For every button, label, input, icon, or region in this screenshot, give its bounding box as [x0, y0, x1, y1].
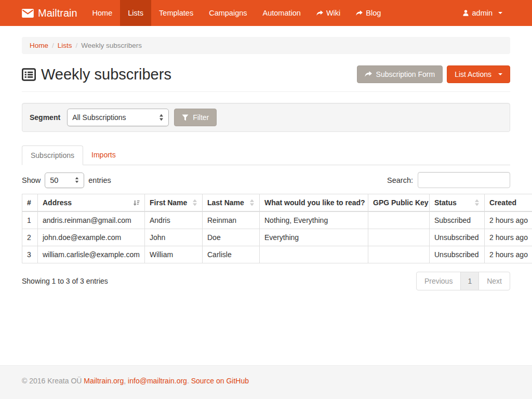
breadcrumb-current: Weekly subscribers — [81, 42, 142, 49]
top-navbar: Mailtrain Home Lists Templates Campaigns… — [0, 0, 532, 26]
breadcrumb-home[interactable]: Home — [30, 42, 48, 49]
col-header-last-name[interactable]: Last Name — [203, 194, 260, 212]
cell-address: andris.reinman@gmail.com — [38, 211, 145, 229]
col-header-first-name[interactable]: First Name — [145, 194, 203, 212]
cell-index: 2 — [22, 229, 38, 246]
page-size-select[interactable]: 50 — [45, 172, 84, 188]
table-row[interactable]: 3 william.carlisle@example.com William C… — [22, 246, 532, 263]
footer-separator: , — [124, 377, 128, 385]
nav-label: Home — [92, 9, 113, 17]
share-arrow-icon — [365, 71, 372, 77]
table-row[interactable]: 2 john.doe@example.com John Doe Everythi… — [22, 229, 532, 246]
nav-item-wiki[interactable]: Wiki — [309, 0, 348, 26]
col-header-address[interactable]: Address — [38, 194, 145, 212]
select-arrows-icon — [75, 177, 79, 183]
col-header-read: What would you like to read? — [260, 194, 368, 212]
nav-item-automation[interactable]: Automation — [255, 0, 309, 26]
list-actions-button[interactable]: List Actions — [447, 65, 510, 83]
cell-last-name: Reinman — [203, 211, 260, 229]
list-actions-label: List Actions — [455, 70, 491, 78]
cell-last-name: Doe — [203, 229, 260, 246]
user-icon — [462, 9, 469, 17]
breadcrumb: Home/Lists/Weekly subscribers — [22, 37, 510, 54]
sort-both-icon — [192, 199, 197, 206]
nav-item-templates[interactable]: Templates — [151, 0, 201, 26]
segment-selected-value: All Subscriptions — [72, 113, 159, 122]
entries-label: entries — [88, 176, 111, 184]
cell-status: Subscribed — [430, 211, 485, 229]
subscription-form-button[interactable]: Subscription Form — [357, 65, 443, 83]
cell-gpg — [368, 211, 430, 229]
nav-label: Automation — [263, 9, 301, 17]
footer-separator: . — [187, 377, 191, 385]
brand-label: Mailtrain — [38, 7, 77, 19]
pagination-next[interactable]: Next — [478, 272, 510, 290]
cell-first-name: William — [145, 246, 203, 263]
share-arrow-icon — [356, 10, 363, 16]
caret-down-icon — [498, 12, 502, 14]
user-menu[interactable]: admin — [455, 9, 511, 17]
list-alt-icon — [22, 68, 36, 81]
cell-gpg — [368, 229, 430, 246]
cell-created: 2 hours ago — [485, 246, 532, 263]
pagination-page-1[interactable]: 1 — [460, 272, 479, 290]
nav-label: Blog — [366, 9, 381, 17]
cell-read: Nothing, Everything — [260, 211, 368, 229]
search-input[interactable] — [418, 172, 510, 188]
cell-last-name: Carlisle — [203, 246, 260, 263]
select-arrows-icon — [159, 114, 164, 121]
share-arrow-icon — [316, 10, 323, 16]
cell-address: john.doe@example.com — [38, 229, 145, 246]
cell-read — [260, 246, 368, 263]
cell-read: Everything — [260, 229, 368, 246]
sort-both-icon — [474, 199, 480, 206]
source-github-link[interactable]: Source on GitHub — [191, 377, 249, 385]
header-divider — [22, 91, 510, 92]
show-label: Show — [22, 176, 41, 184]
user-label: admin — [472, 9, 493, 17]
col-header-status[interactable]: Status — [430, 194, 485, 212]
email-link[interactable]: info@mailtrain.org — [128, 377, 187, 385]
cell-created: 2 hours ago — [485, 229, 532, 246]
nav-item-home[interactable]: Home — [85, 0, 121, 26]
nav-item-campaigns[interactable]: Campaigns — [201, 0, 255, 26]
search-label: Search: — [387, 176, 413, 184]
nav-label: Templates — [159, 9, 193, 17]
cell-index: 1 — [22, 211, 38, 229]
tab-bar: Subscriptions Imports — [22, 145, 510, 165]
cell-address: william.carlisle@example.com — [38, 246, 145, 263]
breadcrumb-separator: / — [76, 42, 78, 49]
envelope-icon — [22, 9, 34, 18]
cell-status: Unsubscribed — [430, 229, 485, 246]
page-size-value: 50 — [50, 176, 75, 184]
nav-item-lists[interactable]: Lists — [120, 0, 151, 26]
nav-item-blog[interactable]: Blog — [348, 0, 389, 26]
pagination-previous[interactable]: Previous — [416, 272, 461, 290]
brand-link[interactable]: Mailtrain — [22, 0, 85, 26]
sort-both-icon — [249, 199, 255, 206]
filter-label: Filter — [193, 113, 209, 122]
tab-subscriptions[interactable]: Subscriptions — [22, 145, 83, 165]
breadcrumb-separator: / — [52, 42, 54, 49]
breadcrumb-lists[interactable]: Lists — [58, 42, 72, 49]
sort-asc-icon — [133, 200, 140, 206]
table-header-row: # Address First Name Last Name What woul… — [22, 194, 532, 212]
table-info: Showing 1 to 3 of 3 entries — [22, 277, 108, 285]
segment-panel: Segment All Subscriptions Filter — [22, 103, 510, 132]
subscription-form-label: Subscription Form — [376, 70, 435, 78]
nav-label: Campaigns — [209, 9, 247, 17]
pagination: Previous 1 Next — [416, 272, 510, 290]
page-title: Weekly subscribers — [22, 66, 171, 83]
tab-imports[interactable]: Imports — [83, 145, 124, 165]
col-header-index: # — [22, 194, 38, 212]
segment-select[interactable]: All Subscriptions — [67, 109, 169, 126]
col-header-created[interactable]: Created — [485, 194, 532, 212]
cell-first-name: Andris — [145, 211, 203, 229]
nav-label: Wiki — [326, 9, 340, 17]
mailtrain-org-link[interactable]: Mailtrain.org — [84, 377, 124, 385]
cell-index: 3 — [22, 246, 38, 263]
segment-label: Segment — [30, 113, 60, 122]
cell-created: 2 hours ago — [485, 211, 532, 229]
table-row[interactable]: 1 andris.reinman@gmail.com Andris Reinma… — [22, 211, 532, 229]
filter-button[interactable]: Filter — [174, 109, 217, 126]
